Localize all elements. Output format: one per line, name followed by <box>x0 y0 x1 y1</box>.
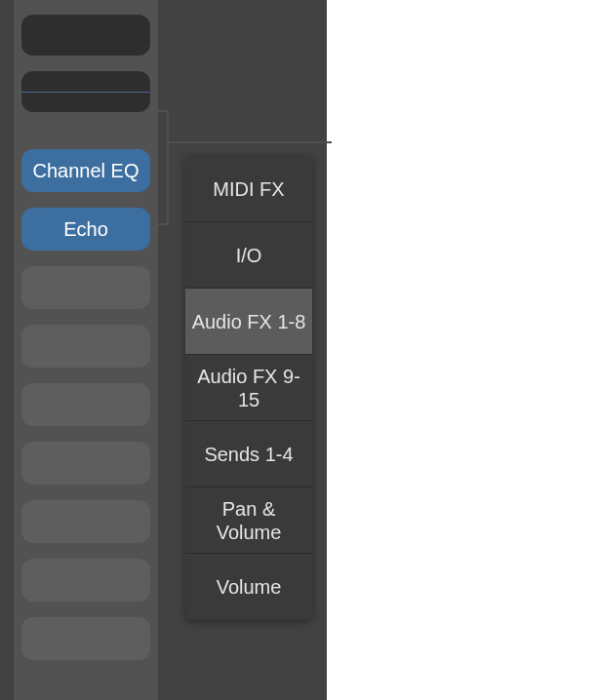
insert-slot-empty[interactable] <box>21 383 150 426</box>
insert-slot-empty[interactable] <box>21 266 150 309</box>
menu-item-audio-fx-9-15[interactable]: Audio FX 9-15 <box>185 355 312 421</box>
insert-slot-empty[interactable] <box>21 442 150 485</box>
menu-item-midi-fx[interactable]: MIDI FX <box>185 156 312 222</box>
menu-item-io[interactable]: I/O <box>185 222 312 289</box>
insert-slot-empty[interactable] <box>21 500 150 543</box>
menu-item-volume[interactable]: Volume <box>185 554 312 620</box>
menu-item-audio-fx-1-8[interactable]: Audio FX 1-8 <box>185 289 312 355</box>
channel-strip: Channel EQ Echo <box>14 0 158 700</box>
insert-slot-empty[interactable] <box>21 325 150 368</box>
insert-slot-empty[interactable] <box>21 617 150 660</box>
menu-item-sends-1-4[interactable]: Sends 1-4 <box>185 421 312 487</box>
insert-slot-empty[interactable] <box>21 559 150 602</box>
view-menu: MIDI FX I/O Audio FX 1-8 Audio FX 9-15 S… <box>185 156 312 620</box>
insert-slot-split[interactable] <box>21 71 150 112</box>
app-panel: Channel EQ Echo MIDI FX I/O Audio FX 1-8… <box>0 0 327 700</box>
menu-item-pan-volume[interactable]: Pan & Volume <box>185 487 312 554</box>
insert-slot-echo[interactable]: Echo <box>21 208 150 251</box>
insert-slot-channel-eq[interactable]: Channel EQ <box>21 149 150 192</box>
insert-slot-empty-dark[interactable] <box>21 15 150 56</box>
